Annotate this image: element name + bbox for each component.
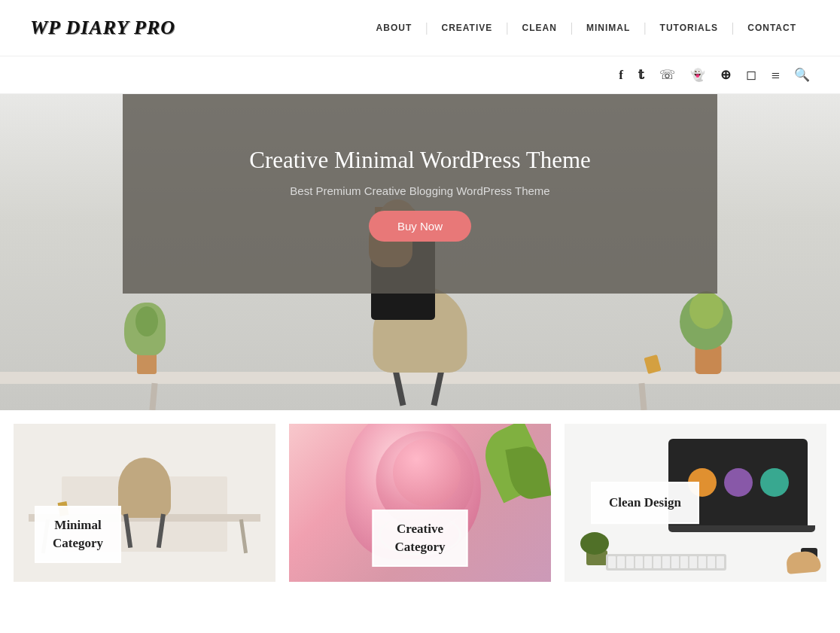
site-header: WP DIARY PRO ABOUT | CREATIVE | CLEAN | …: [0, 0, 840, 56]
category-label-clean: Clean Design: [591, 482, 699, 524]
menu-icon[interactable]: ≡: [772, 68, 779, 83]
hero-section: Creative Minimal WordPress Theme Best Pr…: [0, 94, 840, 410]
hero-overlay: Creative Minimal WordPress Theme Best Pr…: [123, 94, 717, 294]
buy-now-button[interactable]: Buy Now: [369, 211, 471, 242]
nav-item-minimal[interactable]: MINIMAL: [573, 23, 644, 33]
category-label-minimal: Minimal Category: [35, 506, 121, 563]
category-card-creative[interactable]: Creative Category: [289, 424, 551, 582]
nav-item-clean[interactable]: CLEAN: [508, 23, 570, 33]
nav-item-creative[interactable]: CREATIVE: [428, 23, 506, 33]
instagram-icon[interactable]: ◻: [746, 67, 756, 83]
category-card-minimal[interactable]: Minimal Category: [14, 424, 275, 582]
twitter-icon[interactable]: 𝕥: [638, 67, 644, 83]
hero-subtitle: Best Premium Creative Blogging WordPress…: [290, 184, 549, 197]
category-label-creative: Creative Category: [372, 510, 467, 567]
main-nav: ABOUT | CREATIVE | CLEAN | MINIMAL | TUT…: [363, 21, 810, 35]
snapchat-icon[interactable]: 👻: [690, 68, 705, 82]
facebook-icon[interactable]: f: [619, 68, 623, 83]
hero-title: Creative Minimal WordPress Theme: [249, 147, 591, 174]
reddit-icon[interactable]: ⊕: [720, 67, 731, 83]
social-bar: f 𝕥 ☏ 👻 ⊕ ◻ ≡ 🔍: [0, 56, 840, 94]
nav-item-contact[interactable]: CONTACT: [734, 23, 810, 33]
search-icon[interactable]: 🔍: [794, 67, 810, 83]
nav-item-tutorials[interactable]: TUTORIALS: [647, 23, 732, 33]
site-logo[interactable]: WP DIARY PRO: [30, 17, 175, 39]
whatsapp-icon[interactable]: ☏: [659, 67, 675, 83]
nav-item-about[interactable]: ABOUT: [363, 23, 426, 33]
categories-section: Minimal Category Creative Category: [0, 410, 840, 589]
category-card-clean[interactable]: Clean Design: [565, 424, 826, 582]
